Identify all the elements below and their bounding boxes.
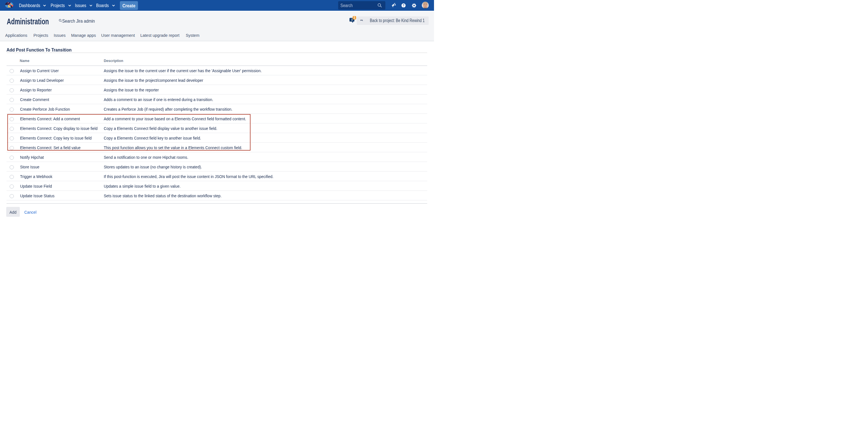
svg-text:1: 1 — [353, 16, 355, 19]
svg-text:?: ? — [403, 4, 404, 7]
